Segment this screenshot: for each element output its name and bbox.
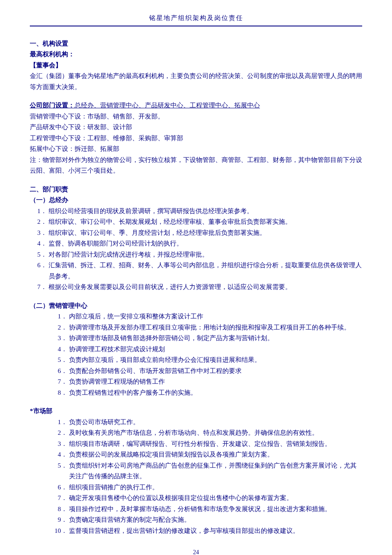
list-item: 项目操作过程中，及时掌握市场动态，分析销售和市场竞争发展状况，提出改进方案和措施… — [69, 504, 362, 515]
list-item: 监督项目营销进程，提出营销计划的修改建议，参与审核项目部提出的修改建议。 — [69, 526, 362, 537]
market-dept-list: 负责公司市场研究工作。及时收集有关房地产市场信息，分析市场动向、特点和发展趋势。… — [30, 417, 362, 537]
page-number: 24 — [30, 547, 362, 555]
subsection-1-title: （一）总经办 — [30, 195, 362, 206]
board-description: 金汇（集团）董事会为铭星地产的最高权利机构，主要负责公司的经营决策、公司制度的审… — [30, 71, 362, 92]
section-1-heading: 一、机构设置 — [30, 38, 362, 49]
subsection-3-title: *市场部 — [30, 406, 362, 417]
sub-dept-3: 工程管理中心下设：工程部、维修部、采购部、审算部 — [30, 133, 362, 144]
list-item: 监督、协调各职能部门对公司经营计划的执行。 — [49, 238, 362, 249]
general-office-list: 组织公司经营项目的现状及前景调研，撰写调研报告供总经理决策参考。组织审议、审订公… — [30, 206, 362, 293]
list-item: 组织项目市场调研，编写调研报告、可行性分析报告、开发建议、定位报告、营销策划报告… — [69, 439, 362, 450]
list-item: 对各部门经营计划完成情况进行考核，并报总经理审批。 — [49, 249, 362, 260]
list-item: 确定开发项目售楼中心的位置以及根据项目定位提出售楼中心的装修布置方案。 — [69, 493, 362, 504]
board-label: 【董事会】 — [30, 60, 362, 71]
list-item: 负责协调管理工程现场的销售工作 — [69, 376, 362, 387]
list-item: 负责公司市场研究工作。 — [69, 417, 362, 428]
list-item: 协调管理市场及开发部办理工程项目立项审批：用地计划的报批和报审及工程项目开工的各… — [69, 322, 362, 333]
list-item: 负责内部立项后，项目部成立前向经理办公会汇报项目进展和结果。 — [69, 355, 362, 366]
dept-note: 注：物管部对外作为独立的物管公司，实行独立核算，下设物管部、商管部、工程部、财务… — [30, 155, 362, 176]
sub-dept-2: 产品研发中心下设：研发部、设计部 — [30, 122, 362, 133]
list-item: 组织审议、审订公司年、季、月度经营计划，经总经理审批后负责部署实施。 — [49, 228, 362, 239]
list-item: 负责组织针对本公司房地产商品的广告创意的征集工作，并围绕征集到的广告创意方案开展… — [69, 460, 362, 482]
dept-label: 公司部门设置： — [30, 102, 75, 109]
list-item: 组织公司经营项目的现状及前景调研，撰写调研报告供总经理决策参考。 — [49, 206, 362, 217]
list-item: 组织审议、审订公司中、长期发展规划，经总经理审核、董事会审批后负责部署实施。 — [49, 217, 362, 228]
page-header: 铭星地产组织架构及岗位责任 — [30, 13, 362, 26]
list-item: 协调管理工程技术部完成设计规划 — [69, 344, 362, 355]
marketing-center-list: 内部立项后，统一安排立项和整体方案设计工作协调管理市场及开发部办理工程项目立项审… — [30, 311, 362, 398]
list-item: 组织项目营销推广的执行工作。 — [69, 482, 362, 493]
list-item: 负责工程销售过程中的客户服务工作的实施。 — [69, 387, 362, 399]
list-item: 内部立项后，统一安排立项和整体方案设计工作 — [69, 311, 362, 322]
sub-dept-1: 营销管理中心下设：市场部、销售部、开发部。 — [30, 111, 362, 122]
list-item: 及时收集有关房地产市场信息，分析市场动向、特点和发展趋势。并确保信息的有效性。 — [69, 428, 362, 439]
document-page: 铭星地产组织架构及岗位责任 一、机构设置 最高权利机构： 【董事会】 金汇（集团… — [0, 0, 392, 555]
top-authority-label: 最高权利机构： — [30, 49, 362, 60]
subsection-2-title: （二）营销管理中心 — [30, 301, 362, 312]
section-2-heading: 二、部门职责 — [30, 184, 362, 195]
list-item: 根据公司业务发展需要以及公司目前状况，进行人力资源管理，以适应公司发展需要。 — [49, 282, 362, 293]
list-item: 汇集营销、拆迁、工程、招商、财务、人事等公司内部信息，并组织进行综合分析，提取重… — [49, 260, 362, 282]
list-item: 负责确定项目营销方案的制定与配合实施。 — [69, 515, 362, 526]
list-item: 负责根据公司的发展战略拟定项目营销策划报告以及各项推广策划方案。 — [69, 449, 362, 460]
sub-dept-4: 拓展中心下设：拆迁部、拓展部 — [30, 144, 362, 155]
list-item: 负责配合外部销售公司、市场开发部营销工作中对工程的要求 — [69, 366, 362, 377]
dept-line: 公司部门设置：总经办、营销管理中心、产品研发中心、工程管理中心、拓展中心 — [30, 100, 362, 111]
dept-list: 总经办、营销管理中心、产品研发中心、工程管理中心、拓展中心 — [75, 102, 260, 109]
list-item: 协调管理市场部及销售部选择外部营销公司，制定产品方案与营销计划。 — [69, 333, 362, 344]
